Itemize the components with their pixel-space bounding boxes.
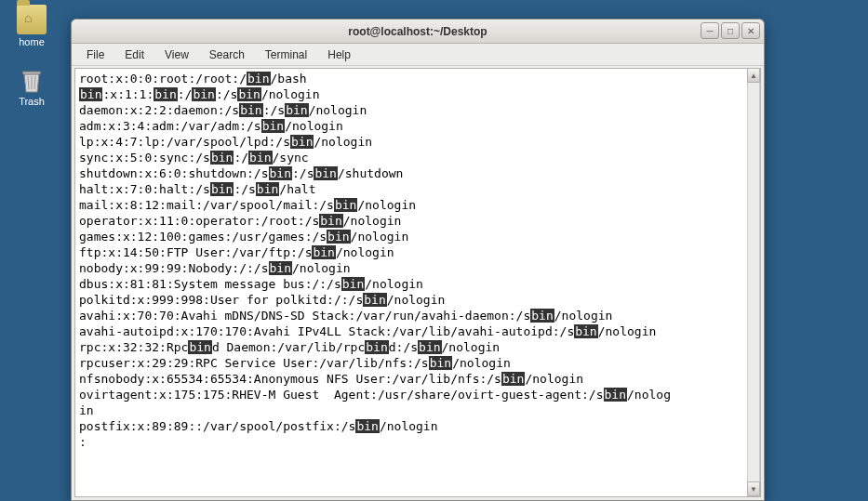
desktop-trash-icon[interactable]: Trash [9,64,54,107]
highlight-match: bin [269,166,292,180]
highlight-match: bin [210,151,234,165]
terminal-line: operator:x:11:0:operator:/root:/sbin/nol… [79,213,756,229]
terminal-window: root@localhost:~/Desktop ─ □ ✕ File Edit… [71,19,765,501]
highlight-match: bin [188,340,211,354]
window-title: root@localhost:~/Desktop [72,25,764,38]
terminal-line: halt:x:7:0:halt:/sbin:/sbin/halt [79,181,756,197]
menu-edit[interactable]: Edit [115,46,154,63]
terminal-line: adm:x:3:4:adm:/var/adm:/sbin/nologin [79,118,756,134]
highlight-match: bin [237,87,260,101]
terminal-line: nobody:x:99:99:Nobody:/:/sbin/nologin [79,260,756,276]
terminal-line: shutdown:x:6:0:shutdown:/sbin:/sbin/shut… [79,165,756,181]
highlight-match: bin [574,324,597,338]
menu-view[interactable]: View [155,46,198,63]
highlight-match: bin [256,182,279,196]
highlight-match: bin [261,119,285,133]
trash-icon [17,64,47,94]
highlight-match: bin [604,388,627,402]
close-button[interactable]: ✕ [741,22,760,39]
highlight-match: bin [290,135,314,149]
highlight-match: bin [355,419,379,433]
terminal-output[interactable]: root:x:0:0:root:/root:/bin/bashbin:x:1:1… [74,68,761,497]
desktop-home-label: home [19,36,45,47]
scroll-up-button[interactable]: ▲ [747,68,760,83]
highlight-match: bin [319,214,342,228]
terminal-line: lp:x:4:7:lp:/var/spool/lpd:/sbin/nologin [79,134,756,150]
terminal-line: dbus:x:81:81:System message bus:/:/sbin/… [79,276,756,292]
terminal-line: avahi-autoipd:x:170:170:Avahi IPv4LL Sta… [79,323,756,339]
terminal-line: ftp:x:14:50:FTP User:/var/ftp:/sbin/nolo… [79,244,756,260]
terminal-line: bin:x:1:1:bin:/bin:/sbin/nologin [79,86,756,102]
highlight-match: bin [192,87,215,101]
highlight-match: bin [210,182,234,196]
terminal-line: games:x:12:100:games:/usr/games:/sbin/no… [79,229,756,244]
desktop-home-icon[interactable]: home [9,5,54,47]
terminal-line: root:x:0:0:root:/root:/bin/bash [79,71,756,86]
highlight-match: bin [247,72,270,86]
highlight-match: bin [334,198,357,212]
maximize-button[interactable]: □ [721,22,740,39]
terminal-line: ovirtagent:x:175:175:RHEV-M Guest Agent:… [79,387,756,402]
menubar: File Edit View Search Terminal Help [72,44,764,66]
terminal-line: polkitd:x:999:998:User for polkitd:/:/sb… [79,292,756,308]
highlight-match: bin [429,356,452,370]
menu-terminal[interactable]: Terminal [256,46,316,63]
highlight-match: bin [341,277,365,291]
highlight-match: bin [501,372,525,386]
highlight-match: bin [79,87,102,101]
terminal-line: postfix:x:89:89::/var/spool/postfix:/sbi… [79,418,756,434]
terminal-line: : [79,434,756,450]
terminal-line: sync:x:5:0:sync:/sbin:/bin/sync [79,150,756,165]
highlight-match: bin [327,230,350,244]
highlight-match: bin [312,245,335,259]
desktop-trash-label: Trash [19,96,45,107]
terminal-line: mail:x:8:12:mail:/var/spool/mail:/sbin/n… [79,197,756,213]
scroll-track[interactable] [747,83,760,481]
highlight-match: bin [418,340,441,354]
terminal-line: nfsnobody:x:65534:65534:Anonymous NFS Us… [79,371,756,387]
terminal-line: avahi:x:70:70:Avahi mDNS/DNS-SD Stack:/v… [79,308,756,323]
scroll-down-button[interactable]: ▼ [747,481,760,496]
highlight-match: bin [269,261,292,275]
highlight-match: bin [314,166,337,180]
menu-file[interactable]: File [77,46,114,63]
scrollbar[interactable]: ▲ ▼ [747,68,760,496]
highlight-match: bin [248,151,272,165]
menu-help[interactable]: Help [318,46,360,63]
highlight-match: bin [363,293,386,307]
terminal-line: rpcuser:x:29:29:RPC Service User:/var/li… [79,355,756,371]
highlight-match: bin [530,309,554,323]
terminal-line: in [79,402,756,418]
titlebar[interactable]: root@localhost:~/Desktop ─ □ ✕ [72,20,764,44]
folder-icon [17,5,47,34]
menu-search[interactable]: Search [200,46,254,63]
highlight-match: bin [285,103,308,117]
minimize-button[interactable]: ─ [701,22,719,39]
highlight-match: bin [154,87,177,101]
highlight-match: bin [365,340,388,354]
terminal-line: rpc:x:32:32:Rpcbind Daemon:/var/lib/rpcb… [79,339,756,355]
terminal-line: daemon:x:2:2:daemon:/sbin:/sbin/nologin [79,102,756,118]
highlight-match: bin [239,103,262,117]
